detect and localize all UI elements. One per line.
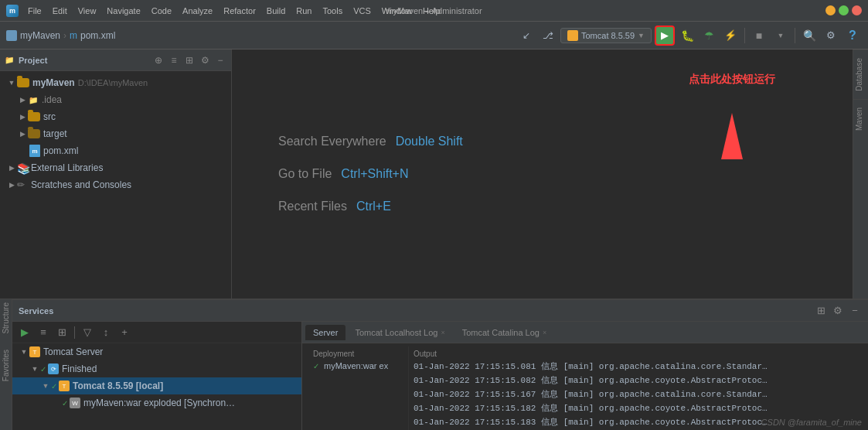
search-button[interactable]: 🔍 [800, 26, 819, 45]
menu-vcs[interactable]: VCS [349, 5, 376, 17]
app-icon: m [6, 5, 19, 17]
svc-align-btn[interactable]: ≡ [36, 325, 51, 340]
svc-arrow-local: ▼ [40, 381, 51, 391]
svc-item-tomcat-server[interactable]: ▼ T Tomcat Server [12, 343, 301, 360]
svc-arrow-finished: ▼ [29, 363, 40, 374]
libraries-icon: 📚 [17, 162, 28, 173]
stop-button[interactable]: ■ [750, 26, 768, 45]
svc-group-btn[interactable]: ⊞ [54, 325, 70, 340]
svc-item-finished[interactable]: ▼ ✓ ⟳ Finished [12, 360, 301, 377]
tree-path-mymaven: D:\IDEA\myMaven [78, 78, 148, 87]
log-tab-catalina-label: Tomcat Catalina Log [462, 328, 540, 337]
shortcut-label-recent: Recent Files [278, 200, 347, 213]
log-line-1: 01-Jan-2022 17:15:15.081 信息 [main] org.a… [414, 360, 857, 374]
breadcrumb-project: myMaven [20, 30, 60, 41]
vcs-button[interactable]: ⎇ [539, 26, 557, 45]
tree-item-mymaven[interactable]: ▼ myMaven D:\IDEA\myMaven [0, 74, 231, 91]
log-tab-catalina-close[interactable]: × [543, 329, 546, 336]
target-folder-icon [28, 129, 40, 138]
collapse-all-icon[interactable]: ≡ [168, 54, 180, 67]
close-panel-icon[interactable]: − [214, 54, 226, 67]
tree-label-scratches: Scratches and Consoles [31, 179, 131, 190]
run-button[interactable]: ▶ [655, 26, 675, 46]
dot-folder-icon: 📁 [28, 94, 39, 105]
scope-icon[interactable]: ⊕ [152, 54, 165, 67]
run-controls: ↙ ⎇ Tomcat 8.5.59 ▼ ▶ 🐛 ☂ ⚡ ■ ▼ 🔍 ⚙ ? [517, 26, 862, 46]
svc-sort-btn[interactable]: ↕ [98, 325, 114, 340]
tree-item-src[interactable]: ▶ src [0, 108, 231, 125]
database-tab[interactable]: Database [853, 49, 868, 99]
dropdown-arrow: ▼ [638, 32, 645, 39]
tomcat-config-icon [567, 30, 578, 41]
tree-item-target[interactable]: ▶ target [0, 125, 231, 142]
tree-arrow-src: ▶ [17, 111, 28, 122]
services-minimize-btn[interactable]: − [848, 304, 862, 318]
watermark: CSDN @faramita_of_mine [761, 418, 862, 427]
menu-file[interactable]: File [23, 5, 46, 17]
favorites-tab-label[interactable]: Favorites [2, 350, 10, 381]
profile-button[interactable]: ⚡ [721, 26, 740, 45]
coverage-button[interactable]: ☂ [700, 26, 718, 45]
log-tab-catalina[interactable]: Tomcat Catalina Log × [454, 325, 555, 340]
vcs-update-button[interactable]: ↙ [517, 26, 536, 45]
deployment-header: Deployment [313, 350, 403, 358]
close-button[interactable]: × [852, 5, 862, 15]
annotation-text: 点击此处按钮运行 [689, 73, 775, 87]
log-tab-localhost-label: Tomcat Localhost Log [355, 328, 437, 337]
svc-label-finished: Finished [62, 363, 97, 374]
menu-navigate[interactable]: Navigate [102, 5, 145, 17]
debug-button[interactable]: 🐛 [678, 26, 696, 45]
menu-bar: File Edit View Navigate Code Analyze Ref… [23, 5, 445, 17]
svc-add-btn[interactable]: + [117, 325, 132, 340]
tree-label-libraries: External Libraries [31, 162, 103, 173]
title-bar: m File Edit View Navigate Code Analyze R… [0, 0, 868, 22]
help-button[interactable]: ? [843, 26, 862, 45]
svc-label-server: Tomcat Server [43, 346, 103, 357]
log-tab-localhost[interactable]: Tomcat Localhost Log × [347, 325, 452, 340]
gear-icon[interactable]: ⚙ [199, 54, 211, 67]
left-panel-tabs: Structure Favorites [0, 299, 12, 430]
svc-check-war: ✓ [62, 399, 68, 408]
menu-analyze[interactable]: Analyze [178, 5, 217, 17]
menu-run[interactable]: Run [291, 5, 316, 17]
structure-tab-label[interactable]: Structure [2, 302, 10, 334]
svc-item-tomcat-local[interactable]: ▼ ✓ T Tomcat 8.5.59 [local] [12, 377, 301, 394]
log-tab-localhost-close[interactable]: × [441, 329, 444, 336]
menu-edit[interactable]: Edit [48, 5, 72, 17]
expand-icon[interactable]: ⊞ [183, 54, 196, 67]
services-settings-btn[interactable]: ⚙ [831, 304, 845, 318]
svc-filter-btn[interactable]: ▽ [80, 325, 95, 340]
stop-dropdown[interactable]: ▼ [771, 26, 790, 45]
services-expand-btn[interactable]: ⊞ [814, 304, 828, 318]
run-config-selector[interactable]: Tomcat 8.5.59 ▼ [560, 28, 652, 43]
tree-arrow-idea: ▶ [17, 94, 28, 105]
tree-arrow-mymaven: ▼ [6, 77, 17, 88]
svc-run-btn[interactable]: ▶ [17, 325, 32, 340]
svc-item-war[interactable]: ▶ ✓ W myMaven:war exploded [Synchron… [12, 394, 301, 411]
log-line-3: 01-Jan-2022 17:15:15.167 信息 [main] org.a… [414, 387, 857, 401]
deployment-col: Deployment ✓ myMaven:war ex [308, 346, 409, 430]
svc-check-icon: ✓ [40, 365, 46, 374]
menu-code[interactable]: Code [147, 5, 176, 17]
menu-build[interactable]: Build [262, 5, 290, 17]
maximize-button[interactable]: □ [839, 5, 849, 15]
log-tab-server-label: Server [313, 328, 338, 337]
toolbar-separator2 [795, 28, 795, 43]
tree-item-scratches[interactable]: ▶ ✏ Scratches and Consoles [0, 176, 231, 193]
tree-label-pom: pom.xml [43, 145, 78, 156]
minimize-button[interactable]: − [825, 5, 836, 15]
breadcrumb-icon: m [70, 30, 77, 41]
services-log: Server Tomcat Localhost Log × Tomcat Cat… [302, 322, 868, 430]
menu-view[interactable]: View [73, 5, 101, 17]
tree-item-pom[interactable]: m pom.xml [0, 142, 231, 159]
toolbar-separator [744, 28, 745, 43]
svc-check-local: ✓ [51, 382, 57, 391]
menu-refactor[interactable]: Refactor [219, 5, 260, 17]
maven-tab[interactable]: Maven [853, 99, 868, 138]
tree-item-idea[interactable]: ▶ 📁 .idea [0, 91, 231, 108]
settings-button[interactable]: ⚙ [822, 26, 840, 45]
menu-tools[interactable]: Tools [318, 5, 347, 17]
shortcut-label-search: Search Everywhere [278, 135, 386, 148]
log-tab-server[interactable]: Server [305, 325, 345, 340]
tree-item-libraries[interactable]: ▶ 📚 External Libraries [0, 159, 231, 176]
